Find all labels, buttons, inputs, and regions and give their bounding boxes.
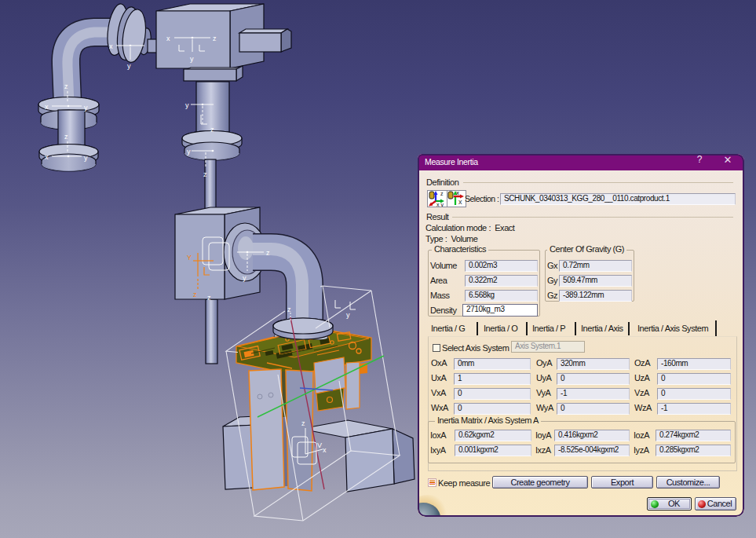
svg-text:Y: Y [187,254,192,262]
svg-text:y: y [346,311,350,319]
svg-text:y: y [84,104,88,112]
svg-text:x: x [323,446,327,454]
svg-text:x: x [45,103,49,111]
svg-text:z: z [266,249,270,257]
svg-text:z: z [207,294,211,302]
svg-text:x: x [166,35,170,42]
svg-text:y: y [185,101,189,109]
svg-text:z: z [203,170,207,178]
svg-text:y: y [187,148,191,156]
svg-text:V: V [317,441,322,449]
svg-text:x: x [45,153,49,161]
svg-text:y: y [127,62,131,70]
svg-text:z: z [301,419,305,427]
svg-text:y: y [243,274,247,282]
svg-text:x: x [109,42,113,50]
svg-text:z: z [193,291,197,298]
svg-text:y: y [84,154,88,162]
svg-text:y: y [190,55,194,63]
svg-text:z: z [210,126,214,134]
svg-text:z: z [64,133,68,141]
svg-text:z: z [287,306,291,313]
svg-text:z: z [64,82,68,90]
svg-text:z: z [213,35,217,42]
